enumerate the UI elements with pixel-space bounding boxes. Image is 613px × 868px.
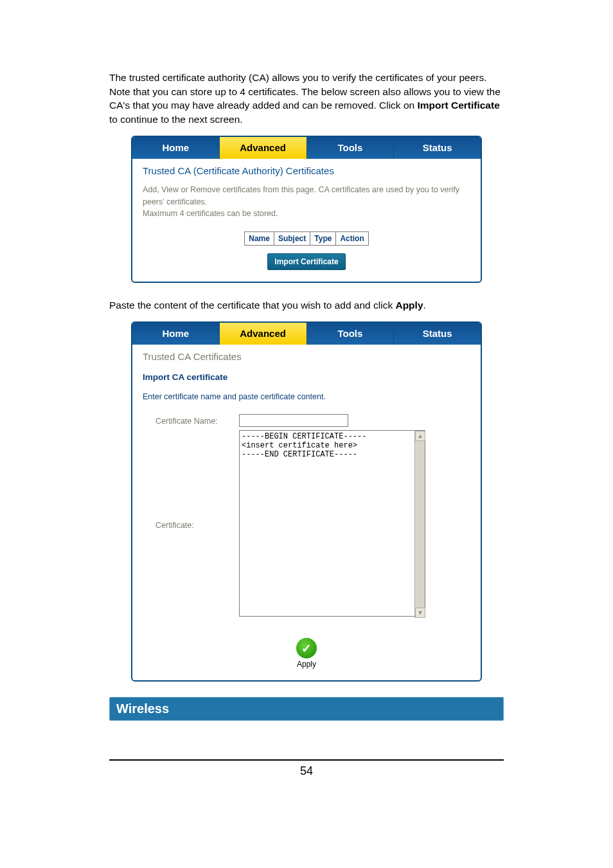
tab-home-2[interactable]: Home — [132, 323, 220, 345]
tab-advanced[interactable]: Advanced — [220, 137, 307, 159]
tab-tools[interactable]: Tools — [307, 137, 395, 159]
col-type: Type — [310, 232, 336, 246]
tab-advanced-2[interactable]: Advanced — [220, 323, 307, 345]
col-name: Name — [245, 232, 274, 246]
import-ca-panel: Home Advanced Tools Status Trusted CA Ce… — [131, 321, 482, 682]
tab-home[interactable]: Home — [132, 137, 220, 159]
footer-rule — [109, 759, 504, 761]
ca-list-panel: Home Advanced Tools Status Trusted CA (C… — [131, 136, 482, 283]
wireless-heading: Wireless — [109, 697, 504, 721]
apply-button-label[interactable]: Apply — [143, 660, 470, 669]
paste-paragraph: Paste the content of the certificate tha… — [109, 298, 504, 312]
import-certificate-button[interactable]: Import Certificate — [267, 253, 345, 270]
panel2-desc: Enter certificate name and paste certifi… — [143, 391, 470, 403]
col-subject: Subject — [274, 232, 310, 246]
textarea-scrollbar[interactable]: ▲ ▼ — [414, 431, 425, 618]
cert-name-input[interactable] — [239, 414, 348, 427]
scroll-up-icon[interactable]: ▲ — [415, 431, 425, 441]
cert-name-label: Certificate Name: — [155, 414, 239, 426]
cert-content-textarea[interactable] — [239, 430, 425, 617]
tab-status[interactable]: Status — [394, 137, 481, 159]
apply-check-icon[interactable]: ✓ — [296, 638, 317, 658]
panel2-subtitle: Import CA certificate — [143, 372, 470, 382]
panel-title: Trusted CA (Certificate Authority) Certi… — [143, 165, 470, 176]
intro-paragraph: The trusted certificate authority (CA) a… — [109, 71, 504, 127]
cert-table-header: Name Subject Type Action — [244, 231, 369, 246]
col-action: Action — [336, 232, 368, 246]
tab-row: Home Advanced Tools Status — [132, 137, 481, 159]
panel2-title: Trusted CA Certificates — [143, 351, 470, 362]
tab-tools-2[interactable]: Tools — [307, 323, 395, 345]
page-number: 54 — [109, 764, 504, 778]
cert-content-label: Certificate: — [155, 518, 239, 530]
panel-description: Add, View or Remove certificates from th… — [143, 184, 470, 220]
scroll-down-icon[interactable]: ▼ — [415, 608, 425, 618]
tab-row-2: Home Advanced Tools Status — [132, 323, 481, 345]
tab-status-2[interactable]: Status — [394, 323, 481, 345]
